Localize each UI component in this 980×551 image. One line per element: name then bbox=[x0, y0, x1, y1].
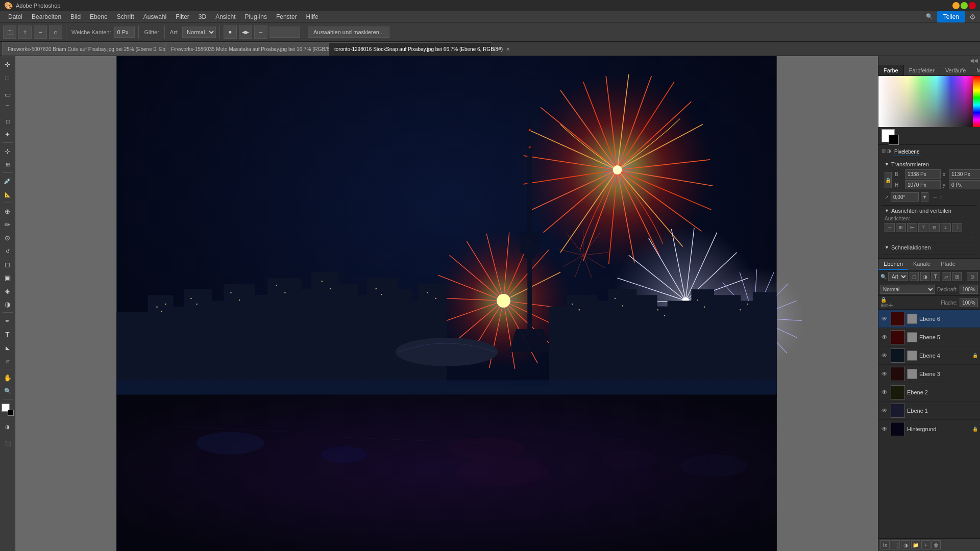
shape-tool[interactable]: ▱ bbox=[2, 355, 14, 367]
menu-datei[interactable]: Datei bbox=[4, 12, 27, 21]
menu-ebene[interactable]: Ebene bbox=[86, 12, 112, 21]
align-top-btn[interactable]: ⊤ bbox=[918, 223, 928, 232]
background-color-swatch[interactable] bbox=[889, 135, 899, 145]
more-options-btn[interactable]: ··· bbox=[885, 234, 974, 240]
layer-6-visibility[interactable]: 👁 bbox=[880, 425, 889, 433]
layer-1-visibility[interactable]: 👁 bbox=[880, 333, 889, 341]
soft-edges-input[interactable] bbox=[114, 27, 135, 38]
mode-btn-1[interactable]: ■ bbox=[224, 26, 237, 39]
align-left-btn[interactable]: ⊣ bbox=[885, 223, 895, 232]
layer-3-visibility[interactable]: 👁 bbox=[880, 370, 889, 378]
menu-plugins[interactable]: Plug-ins bbox=[241, 12, 271, 21]
zoom-tool[interactable]: 🔍 bbox=[2, 385, 14, 397]
tab-2[interactable]: toronto-1298016 StockSnap auf Pixabay.jp… bbox=[329, 42, 492, 56]
lasso-tool[interactable]: ⌒ bbox=[2, 102, 14, 114]
layer-smart-filter[interactable]: ⊞ bbox=[952, 272, 962, 281]
layer-2-visibility[interactable]: 👁 bbox=[880, 352, 889, 360]
tab-0[interactable]: Fireworks-5007820 Briam Cute auf Pixabay… bbox=[2, 42, 165, 56]
hand-tool[interactable]: ✋ bbox=[2, 371, 14, 384]
layer-item-3[interactable]: 👁Ebene 3 bbox=[878, 365, 980, 383]
layer-shape-filter[interactable]: ▱ bbox=[942, 272, 951, 281]
layer-adjustment-filter[interactable]: ◑ bbox=[920, 272, 929, 281]
tab-pfade[interactable]: Pfade bbox=[936, 259, 961, 270]
menu-auswahl[interactable]: Auswahl bbox=[139, 12, 170, 21]
move-tool[interactable]: ✛ bbox=[2, 58, 14, 70]
transform-header[interactable]: ▼ Transformieren bbox=[885, 161, 974, 167]
tab-farbfelder[interactable]: Farbfelder bbox=[904, 65, 940, 76]
mode-btn-2[interactable]: ◀▶ bbox=[239, 26, 252, 39]
menu-filter[interactable]: Filter bbox=[172, 12, 193, 21]
schnellaktionen-header[interactable]: ▼ Schnellaktionen bbox=[885, 244, 974, 251]
mode-input[interactable] bbox=[270, 27, 300, 38]
color-picker-area[interactable] bbox=[878, 76, 980, 127]
menu-bearbeiten[interactable]: Bearbeiten bbox=[28, 12, 65, 21]
new-fill-layer-btn[interactable]: ◑ bbox=[901, 540, 910, 549]
distribute-h-btn[interactable]: ⋮ bbox=[952, 223, 962, 232]
pen-tool[interactable]: ✒ bbox=[2, 315, 14, 327]
eyedropper-tool[interactable]: 💉 bbox=[2, 175, 14, 187]
menu-hilfe[interactable]: Hilfe bbox=[302, 12, 323, 21]
layer-item-6[interactable]: 👁Hintergrund🔒 bbox=[878, 420, 980, 438]
ausrichten-header[interactable]: ▼ Ausrichten und verteilen bbox=[885, 208, 974, 214]
layers-type-filter[interactable]: Art bbox=[888, 272, 908, 281]
align-center-v-btn[interactable]: ⊟ bbox=[929, 223, 940, 232]
tab-ebenen[interactable]: Ebenen bbox=[878, 259, 908, 270]
magic-wand-tool[interactable]: ✦ bbox=[2, 128, 14, 140]
angle-dropdown-btn[interactable]: ▼ bbox=[921, 192, 928, 202]
dodge-tool[interactable]: ◑ bbox=[2, 298, 14, 310]
minimize-button[interactable] bbox=[952, 2, 960, 9]
maximize-button[interactable] bbox=[961, 2, 968, 9]
y-input[interactable] bbox=[949, 180, 980, 189]
tab-kanaele[interactable]: Kanäle bbox=[908, 259, 936, 270]
share-button[interactable]: Teilen bbox=[937, 11, 965, 22]
layer-item-1[interactable]: 👁Ebene 5 bbox=[878, 328, 980, 346]
close-button[interactable] bbox=[969, 2, 976, 9]
brush-tool[interactable]: ✏ bbox=[2, 218, 14, 231]
eraser-tool[interactable]: ◻ bbox=[2, 258, 14, 270]
menu-3d[interactable]: 3D bbox=[194, 12, 210, 21]
new-layer-btn[interactable]: + bbox=[921, 540, 930, 549]
crop-tool[interactable]: ⊹ bbox=[2, 145, 14, 157]
new-group-btn[interactable]: 📁 bbox=[911, 540, 920, 549]
opacity-input[interactable] bbox=[960, 285, 978, 294]
mode-btn-3[interactable]: ─ bbox=[254, 26, 267, 39]
tab-1[interactable]: Fireworks-1586035 Muto Masataka auf Pixa… bbox=[165, 42, 329, 56]
layer-item-0[interactable]: 👁Ebene 6 bbox=[878, 310, 980, 328]
workspace-icon[interactable]: ⚙ bbox=[969, 13, 976, 21]
add-mask-btn[interactable]: ⬚ bbox=[891, 540, 900, 549]
color-swatch-tool[interactable] bbox=[2, 404, 14, 416]
color-spectrum[interactable] bbox=[878, 76, 980, 127]
add-style-btn[interactable]: fx bbox=[880, 540, 890, 549]
select-mask-button[interactable]: Auswählen und maskieren... bbox=[308, 27, 389, 38]
tab-2-close[interactable]: ✕ bbox=[506, 46, 510, 52]
layer-5-visibility[interactable]: 👁 bbox=[880, 407, 889, 415]
path-selection[interactable]: ◣ bbox=[2, 341, 14, 354]
layer-item-5[interactable]: 👁Ebene 1 bbox=[878, 402, 980, 420]
canvas-area[interactable] bbox=[15, 56, 878, 551]
object-selection-tool[interactable]: ◻ bbox=[2, 115, 14, 127]
add-selection-btn[interactable]: + bbox=[18, 26, 32, 39]
layer-0-visibility[interactable]: 👁 bbox=[880, 315, 889, 323]
menu-ansicht[interactable]: Ansicht bbox=[211, 12, 239, 21]
intersect-selection-btn[interactable]: ∩ bbox=[49, 26, 62, 39]
layer-filter-toggle[interactable]: ⊙ bbox=[967, 272, 978, 281]
gradient-tool[interactable]: ▣ bbox=[2, 271, 14, 284]
blur-tool[interactable]: ◈ bbox=[2, 285, 14, 297]
new-selection-btn[interactable]: ⬚ bbox=[3, 26, 16, 39]
tab-pixelebene[interactable]: Pixelebene bbox=[892, 148, 921, 156]
tab-muster[interactable]: Muster bbox=[971, 65, 980, 76]
layer-item-2[interactable]: 👁Ebene 4🔒 bbox=[878, 346, 980, 365]
subtract-selection-btn[interactable]: − bbox=[34, 26, 47, 39]
tab-farbe[interactable]: Farbe bbox=[878, 65, 904, 76]
align-right-btn[interactable]: ⊢ bbox=[907, 223, 917, 232]
height-input[interactable] bbox=[905, 180, 941, 189]
healing-tool[interactable]: ⊕ bbox=[2, 205, 14, 217]
delete-layer-btn[interactable]: 🗑 bbox=[932, 540, 941, 549]
layer-pixel-filter[interactable]: ◻ bbox=[910, 272, 919, 281]
quick-mask-tool[interactable]: ◑ bbox=[2, 420, 14, 433]
align-center-h-btn[interactable]: ⊞ bbox=[896, 223, 906, 232]
selection-tool[interactable]: ▭ bbox=[2, 88, 14, 101]
frame-tool[interactable]: ⊞ bbox=[2, 158, 14, 170]
artboard-tool[interactable]: ⬚ bbox=[2, 71, 14, 84]
ruler-tool[interactable]: 📐 bbox=[2, 188, 14, 201]
